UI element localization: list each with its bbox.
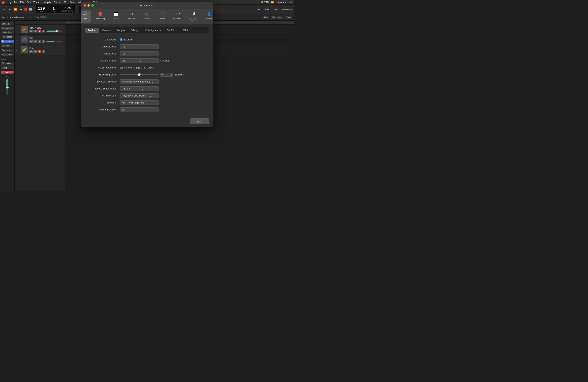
pref-tab-recording[interactable]: 🔴 Recording xyxy=(94,11,106,22)
automation-icon: 〰 xyxy=(175,11,181,17)
core-audio-checkbox[interactable]: ✓ xyxy=(120,38,123,41)
output-device-control: M2 ▲▼ xyxy=(120,44,209,49)
modal-title: Preferences xyxy=(140,4,154,7)
core-audio-checkbox-wrapper: ✓ Enabled xyxy=(120,38,133,41)
output-device-row: Output Device: M2 ▲▼ xyxy=(85,44,209,49)
recording-delay-stepper: ▼ 0 ▲ xyxy=(160,73,173,77)
pref-tab-my-info[interactable]: 👤 My Info xyxy=(203,11,213,22)
output-device-select[interactable]: M2 ▲▼ xyxy=(120,44,159,49)
buffer-range-label: Process Buffer Range: xyxy=(85,87,120,90)
audio-icon: 🔊 xyxy=(82,11,87,17)
buffer-size-control: 128 ▲▼ Samples xyxy=(120,58,209,63)
input-device-select[interactable]: M2 ▲▼ xyxy=(120,51,159,56)
buffer-size-value: 128 xyxy=(122,59,126,62)
sub-tab-mp3[interactable]: MP3 xyxy=(180,28,190,33)
pref-tab-midi[interactable]: 🎹 MIDI xyxy=(110,11,122,22)
summing-label: Summing: xyxy=(85,101,120,104)
movie-tab-label: Movie xyxy=(160,18,165,20)
output-device-label: Output Device: xyxy=(85,45,120,48)
zoom-button[interactable] xyxy=(91,4,94,7)
recording-delay-control: ▼ 0 ▲ Samples xyxy=(120,73,209,77)
midi-tab-label: MIDI xyxy=(114,18,118,20)
buffer-size-label: I/O Buffer Size: xyxy=(85,59,120,62)
score-tab-label: Score xyxy=(145,18,149,20)
processing-threads-row: Processing Threads: Automatic (Recommend… xyxy=(85,79,209,84)
display-icon: 🖥 xyxy=(129,11,134,17)
output-device-value: M2 xyxy=(122,45,125,48)
stepper-increase[interactable]: ▲ xyxy=(169,73,173,77)
input-device-row: Input Device: M2 ▲▼ xyxy=(85,51,209,56)
control-surfaces-icon: 🎛 xyxy=(191,11,196,17)
apply-button[interactable]: Apply xyxy=(190,118,209,124)
latency-row: Resulting Latency: 6,3 ms Roundtrip (3,2… xyxy=(85,65,209,70)
summing-select[interactable]: High Precision (64 bit) ▲▼ xyxy=(120,100,159,105)
recording-icon: 🔴 xyxy=(98,11,103,17)
preferences-content: Devices General Sampler Editing I/O Assi… xyxy=(81,24,213,127)
rewire-label: ReWire Behavior: xyxy=(85,108,120,111)
minimize-button[interactable] xyxy=(87,4,90,7)
core-audio-control: ✓ Enabled xyxy=(120,38,209,41)
buffer-size-select[interactable]: 128 ▲▼ xyxy=(120,58,159,63)
sub-tab-devices[interactable]: Devices xyxy=(85,28,99,33)
multithreading-control: Playback & Live Tracks ▲▼ xyxy=(120,93,209,98)
recording-delay-slider-row xyxy=(120,74,159,75)
latency-label: Resulting Latency: xyxy=(85,66,120,69)
processing-threads-label: Processing Threads: xyxy=(85,80,120,83)
sub-tab-sampler[interactable]: Sampler xyxy=(114,28,128,33)
recording-delay-thumb[interactable] xyxy=(138,73,141,76)
sub-tab-editing[interactable]: Editing xyxy=(128,28,141,33)
sub-tab-file-editor[interactable]: File Editor xyxy=(164,28,180,33)
multithreading-select[interactable]: Playback & Live Tracks ▲▼ xyxy=(120,93,159,98)
recording-delay-value: 0 xyxy=(164,73,169,77)
pref-tab-movie[interactable]: 🎬 Movie xyxy=(157,11,168,22)
input-device-control: M2 ▲▼ xyxy=(120,51,209,56)
audio-tab-label: Audio xyxy=(82,18,87,20)
rewire-select[interactable]: Off ▲▼ xyxy=(120,107,159,112)
multithreading-value: Playback & Live Tracks xyxy=(122,94,146,97)
processing-threads-select[interactable]: Automatic (Recommended) ▲▼ xyxy=(120,79,159,84)
processing-threads-chevrons: ▲▼ xyxy=(152,80,153,83)
score-icon: 🎼 xyxy=(144,11,150,17)
movie-icon: 🎬 xyxy=(160,11,165,17)
sub-tab-io-assignments[interactable]: I/O Assignments xyxy=(141,28,164,33)
recording-delay-unit: Samples xyxy=(175,73,184,76)
rewire-row: ReWire Behavior: Off ▲▼ xyxy=(85,107,209,112)
input-device-chevrons: ▲▼ xyxy=(139,52,141,55)
preferences-modal: Preferences ⚙ General 🔊 Audio 🔴 Recordin… xyxy=(81,2,213,127)
core-audio-label: Core Audio: xyxy=(85,38,120,41)
recording-delay-row: Recording Delay: ▼ 0 ▲ Samples xyxy=(85,72,209,77)
my-info-icon: 👤 xyxy=(207,11,212,17)
recording-delay-slider[interactable] xyxy=(120,74,159,75)
buffer-size-unit: Samples xyxy=(160,59,169,62)
pref-tab-display[interactable]: 🖥 Display xyxy=(126,11,137,22)
input-device-label: Input Device: xyxy=(85,52,120,55)
buffer-size-chevrons: ▲▼ xyxy=(140,59,141,62)
pref-tab-audio[interactable]: 🔊 Audio xyxy=(81,11,91,22)
control-surfaces-tab-label: Control Surfaces xyxy=(189,18,198,22)
rewire-value: Off xyxy=(122,108,125,111)
multithreading-chevrons: ▲▼ xyxy=(150,94,151,97)
pref-tab-score[interactable]: 🎼 Score xyxy=(141,11,153,22)
buffer-range-row: Process Buffer Range: Medium ▲▼ xyxy=(85,86,209,91)
pref-tab-automation[interactable]: 〰 Automation xyxy=(172,11,184,22)
summing-chevrons: ▲▼ xyxy=(149,101,151,104)
buffer-range-value: Medium xyxy=(122,87,130,90)
latency-control: 6,3 ms Roundtrip (3,2 ms Output) xyxy=(120,66,209,69)
sub-tab-general[interactable]: General xyxy=(100,28,113,33)
multithreading-label: Multithreading: xyxy=(85,94,120,97)
input-device-value: M2 xyxy=(122,52,125,55)
automation-tab-label: Automation xyxy=(173,18,183,20)
sub-tabs: Devices General Sampler Editing I/O Assi… xyxy=(85,27,209,33)
buffer-size-row: I/O Buffer Size: 128 ▲▼ Samples xyxy=(85,58,209,63)
midi-icon: 🎹 xyxy=(113,11,119,17)
rewire-control: Off ▲▼ xyxy=(120,107,209,112)
stepper-decrease[interactable]: ▼ xyxy=(160,73,164,77)
output-device-chevrons: ▲▼ xyxy=(139,45,141,48)
close-button[interactable] xyxy=(84,4,86,7)
modal-titlebar: Preferences xyxy=(81,2,213,9)
summing-row: Summing: High Precision (64 bit) ▲▼ xyxy=(85,100,209,105)
pref-tab-control-surfaces[interactable]: 🎛 Control Surfaces xyxy=(188,11,200,22)
buffer-range-select[interactable]: Medium ▲▼ xyxy=(120,86,159,91)
recording-tab-label: Recording xyxy=(96,18,105,20)
preferences-toolbar: ⚙ General 🔊 Audio 🔴 Recording 🎹 MIDI 🖥 D… xyxy=(81,9,213,24)
